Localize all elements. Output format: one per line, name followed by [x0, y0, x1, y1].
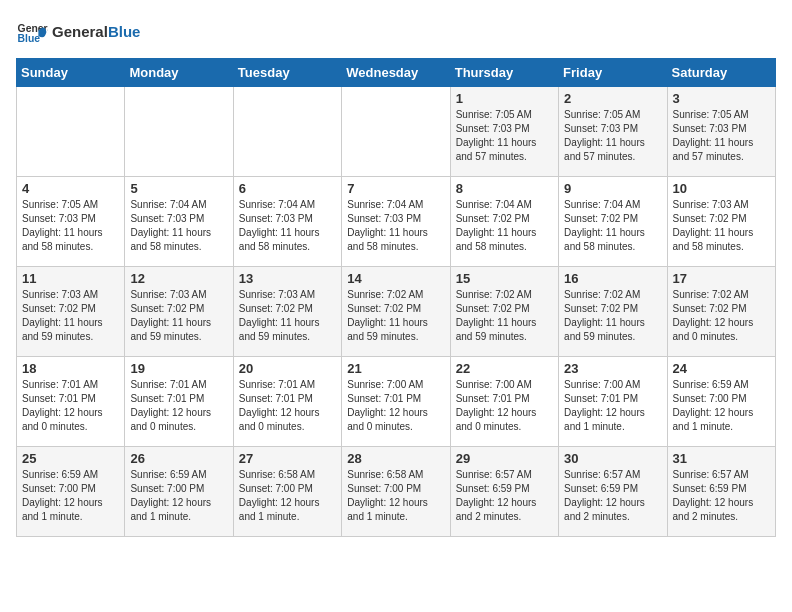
day-of-week-header: Thursday — [450, 59, 558, 87]
day-of-week-header: Saturday — [667, 59, 775, 87]
calendar-cell: 22Sunrise: 7:00 AM Sunset: 7:01 PM Dayli… — [450, 357, 558, 447]
calendar-cell: 11Sunrise: 7:03 AM Sunset: 7:02 PM Dayli… — [17, 267, 125, 357]
calendar-cell: 15Sunrise: 7:02 AM Sunset: 7:02 PM Dayli… — [450, 267, 558, 357]
cell-details: Sunrise: 6:57 AM Sunset: 6:59 PM Dayligh… — [456, 468, 553, 524]
calendar-cell: 2Sunrise: 7:05 AM Sunset: 7:03 PM Daylig… — [559, 87, 667, 177]
calendar-cell: 4Sunrise: 7:05 AM Sunset: 7:03 PM Daylig… — [17, 177, 125, 267]
calendar-cell: 12Sunrise: 7:03 AM Sunset: 7:02 PM Dayli… — [125, 267, 233, 357]
day-number: 26 — [130, 451, 227, 466]
calendar-cell: 6Sunrise: 7:04 AM Sunset: 7:03 PM Daylig… — [233, 177, 341, 267]
day-number: 12 — [130, 271, 227, 286]
calendar-cell: 17Sunrise: 7:02 AM Sunset: 7:02 PM Dayli… — [667, 267, 775, 357]
day-number: 2 — [564, 91, 661, 106]
day-of-week-header: Sunday — [17, 59, 125, 87]
calendar-cell — [17, 87, 125, 177]
day-number: 16 — [564, 271, 661, 286]
calendar-cell: 7Sunrise: 7:04 AM Sunset: 7:03 PM Daylig… — [342, 177, 450, 267]
calendar-cell: 8Sunrise: 7:04 AM Sunset: 7:02 PM Daylig… — [450, 177, 558, 267]
calendar-cell: 25Sunrise: 6:59 AM Sunset: 7:00 PM Dayli… — [17, 447, 125, 537]
calendar-table: SundayMondayTuesdayWednesdayThursdayFrid… — [16, 58, 776, 537]
calendar-cell — [342, 87, 450, 177]
calendar-cell: 21Sunrise: 7:00 AM Sunset: 7:01 PM Dayli… — [342, 357, 450, 447]
day-number: 4 — [22, 181, 119, 196]
calendar-cell: 26Sunrise: 6:59 AM Sunset: 7:00 PM Dayli… — [125, 447, 233, 537]
calendar-cell: 23Sunrise: 7:00 AM Sunset: 7:01 PM Dayli… — [559, 357, 667, 447]
day-number: 22 — [456, 361, 553, 376]
cell-details: Sunrise: 6:59 AM Sunset: 7:00 PM Dayligh… — [673, 378, 770, 434]
cell-details: Sunrise: 7:04 AM Sunset: 7:03 PM Dayligh… — [239, 198, 336, 254]
day-number: 27 — [239, 451, 336, 466]
day-number: 21 — [347, 361, 444, 376]
calendar-cell: 19Sunrise: 7:01 AM Sunset: 7:01 PM Dayli… — [125, 357, 233, 447]
calendar-cell: 20Sunrise: 7:01 AM Sunset: 7:01 PM Dayli… — [233, 357, 341, 447]
cell-details: Sunrise: 6:58 AM Sunset: 7:00 PM Dayligh… — [347, 468, 444, 524]
calendar-cell: 3Sunrise: 7:05 AM Sunset: 7:03 PM Daylig… — [667, 87, 775, 177]
day-number: 31 — [673, 451, 770, 466]
day-number: 8 — [456, 181, 553, 196]
calendar-cell: 10Sunrise: 7:03 AM Sunset: 7:02 PM Dayli… — [667, 177, 775, 267]
day-number: 25 — [22, 451, 119, 466]
day-number: 20 — [239, 361, 336, 376]
cell-details: Sunrise: 7:05 AM Sunset: 7:03 PM Dayligh… — [22, 198, 119, 254]
cell-details: Sunrise: 6:57 AM Sunset: 6:59 PM Dayligh… — [564, 468, 661, 524]
logo-blue: Blue — [108, 23, 141, 40]
logo: General Blue GeneralBlue — [16, 16, 140, 48]
cell-details: Sunrise: 7:02 AM Sunset: 7:02 PM Dayligh… — [673, 288, 770, 344]
calendar-cell: 24Sunrise: 6:59 AM Sunset: 7:00 PM Dayli… — [667, 357, 775, 447]
day-number: 23 — [564, 361, 661, 376]
calendar-cell: 1Sunrise: 7:05 AM Sunset: 7:03 PM Daylig… — [450, 87, 558, 177]
calendar-cell: 28Sunrise: 6:58 AM Sunset: 7:00 PM Dayli… — [342, 447, 450, 537]
cell-details: Sunrise: 7:01 AM Sunset: 7:01 PM Dayligh… — [239, 378, 336, 434]
calendar-cell — [233, 87, 341, 177]
cell-details: Sunrise: 7:04 AM Sunset: 7:03 PM Dayligh… — [347, 198, 444, 254]
cell-details: Sunrise: 7:04 AM Sunset: 7:02 PM Dayligh… — [456, 198, 553, 254]
day-of-week-header: Wednesday — [342, 59, 450, 87]
calendar-cell: 30Sunrise: 6:57 AM Sunset: 6:59 PM Dayli… — [559, 447, 667, 537]
day-number: 14 — [347, 271, 444, 286]
day-number: 13 — [239, 271, 336, 286]
calendar-cell: 29Sunrise: 6:57 AM Sunset: 6:59 PM Dayli… — [450, 447, 558, 537]
cell-details: Sunrise: 7:03 AM Sunset: 7:02 PM Dayligh… — [22, 288, 119, 344]
calendar-cell: 16Sunrise: 7:02 AM Sunset: 7:02 PM Dayli… — [559, 267, 667, 357]
cell-details: Sunrise: 7:03 AM Sunset: 7:02 PM Dayligh… — [673, 198, 770, 254]
day-of-week-header: Monday — [125, 59, 233, 87]
calendar-cell: 9Sunrise: 7:04 AM Sunset: 7:02 PM Daylig… — [559, 177, 667, 267]
svg-text:Blue: Blue — [18, 33, 41, 44]
cell-details: Sunrise: 6:59 AM Sunset: 7:00 PM Dayligh… — [22, 468, 119, 524]
logo-icon: General Blue — [16, 16, 48, 48]
logo-general: General — [52, 23, 108, 40]
day-of-week-header: Friday — [559, 59, 667, 87]
cell-details: Sunrise: 6:59 AM Sunset: 7:00 PM Dayligh… — [130, 468, 227, 524]
cell-details: Sunrise: 7:00 AM Sunset: 7:01 PM Dayligh… — [456, 378, 553, 434]
cell-details: Sunrise: 7:03 AM Sunset: 7:02 PM Dayligh… — [239, 288, 336, 344]
cell-details: Sunrise: 7:05 AM Sunset: 7:03 PM Dayligh… — [456, 108, 553, 164]
cell-details: Sunrise: 7:04 AM Sunset: 7:03 PM Dayligh… — [130, 198, 227, 254]
day-number: 17 — [673, 271, 770, 286]
cell-details: Sunrise: 7:02 AM Sunset: 7:02 PM Dayligh… — [456, 288, 553, 344]
cell-details: Sunrise: 7:05 AM Sunset: 7:03 PM Dayligh… — [673, 108, 770, 164]
cell-details: Sunrise: 7:04 AM Sunset: 7:02 PM Dayligh… — [564, 198, 661, 254]
day-number: 29 — [456, 451, 553, 466]
day-number: 24 — [673, 361, 770, 376]
calendar-cell — [125, 87, 233, 177]
day-number: 1 — [456, 91, 553, 106]
cell-details: Sunrise: 7:02 AM Sunset: 7:02 PM Dayligh… — [347, 288, 444, 344]
day-number: 10 — [673, 181, 770, 196]
calendar-cell: 14Sunrise: 7:02 AM Sunset: 7:02 PM Dayli… — [342, 267, 450, 357]
day-number: 15 — [456, 271, 553, 286]
calendar-cell: 13Sunrise: 7:03 AM Sunset: 7:02 PM Dayli… — [233, 267, 341, 357]
day-of-week-header: Tuesday — [233, 59, 341, 87]
day-number: 9 — [564, 181, 661, 196]
calendar-cell: 18Sunrise: 7:01 AM Sunset: 7:01 PM Dayli… — [17, 357, 125, 447]
day-number: 7 — [347, 181, 444, 196]
cell-details: Sunrise: 7:05 AM Sunset: 7:03 PM Dayligh… — [564, 108, 661, 164]
day-number: 28 — [347, 451, 444, 466]
cell-details: Sunrise: 7:02 AM Sunset: 7:02 PM Dayligh… — [564, 288, 661, 344]
cell-details: Sunrise: 6:58 AM Sunset: 7:00 PM Dayligh… — [239, 468, 336, 524]
cell-details: Sunrise: 7:01 AM Sunset: 7:01 PM Dayligh… — [22, 378, 119, 434]
calendar-cell: 5Sunrise: 7:04 AM Sunset: 7:03 PM Daylig… — [125, 177, 233, 267]
day-number: 6 — [239, 181, 336, 196]
cell-details: Sunrise: 7:03 AM Sunset: 7:02 PM Dayligh… — [130, 288, 227, 344]
cell-details: Sunrise: 7:00 AM Sunset: 7:01 PM Dayligh… — [347, 378, 444, 434]
day-number: 19 — [130, 361, 227, 376]
